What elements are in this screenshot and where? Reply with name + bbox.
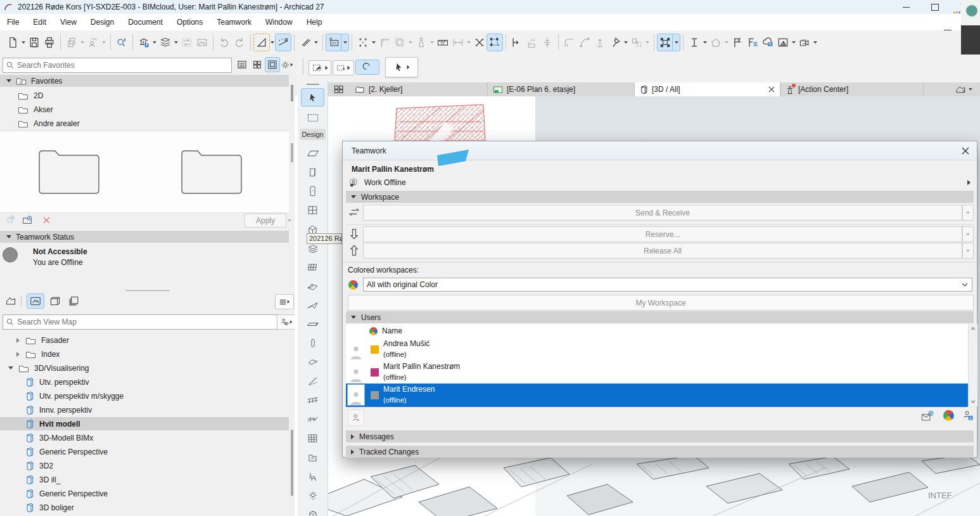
pane-splitter[interactable] — [125, 290, 170, 291]
tree-item-innv-perspektiv[interactable]: Innv. perspektiv — [0, 403, 289, 416]
tree-item-hvit-modell[interactable]: Hvit modell — [0, 417, 289, 430]
redo-icon[interactable] — [232, 34, 247, 51]
menu-help[interactable]: Help — [300, 14, 329, 30]
tab-3d-all[interactable]: [3D / All] — [635, 82, 780, 96]
send-message-icon[interactable] — [921, 410, 934, 422]
minimize-button[interactable] — [891, 0, 920, 14]
shell-tool[interactable] — [302, 297, 324, 314]
tree-item-generic-perspective-1[interactable]: Generic Perspective — [0, 445, 289, 458]
flag-icon[interactable] — [730, 34, 745, 51]
split-caret[interactable] — [624, 41, 628, 44]
multiply-icon[interactable] — [629, 34, 644, 51]
favorite-preview-thumbnail[interactable] — [35, 145, 103, 197]
new-folder-icon[interactable] — [20, 213, 34, 227]
marquee-mode-button[interactable] — [333, 60, 354, 75]
span-icon[interactable] — [450, 34, 466, 51]
tab-e06-plan-6-etasje[interactable]: [E-06 Plan 6. etasje] — [488, 82, 635, 96]
slab-grid-tool[interactable] — [302, 259, 324, 276]
tracked-changes-section-header[interactable]: Tracked Changes — [346, 446, 974, 458]
view-map-icon[interactable] — [27, 294, 44, 308]
undo-icon[interactable] — [217, 34, 232, 51]
user-row-marit-pallin-kanestrom[interactable]: Marit Pallin Kanestrøm (offline) — [346, 361, 968, 384]
menu-edit[interactable]: Edit — [26, 14, 53, 30]
print-icon[interactable] — [42, 34, 57, 51]
set-square-caret[interactable] — [270, 41, 274, 44]
grid-view-icon[interactable] — [250, 58, 264, 72]
tree-item-3d2[interactable]: 3D2 — [0, 459, 289, 472]
collapse-icon[interactable] — [6, 235, 11, 238]
storey-settings-caret[interactable] — [153, 41, 156, 44]
marquee-select-button[interactable] — [309, 60, 331, 75]
menu-options[interactable]: Options — [170, 14, 210, 30]
collapse-icon[interactable] — [6, 79, 11, 82]
home-storey-icon[interactable] — [708, 34, 723, 51]
search-view-map-input[interactable] — [15, 318, 277, 326]
teamwork-status-header[interactable]: Teamwork Status — [0, 231, 289, 243]
arrow-tool-button[interactable] — [385, 57, 418, 77]
multiply-caret[interactable] — [646, 41, 649, 44]
quick-views-button[interactable] — [947, 82, 980, 96]
search-view-map-box[interactable] — [3, 314, 277, 330]
navigator-menu-button[interactable] — [275, 294, 294, 309]
send-receive-button[interactable]: Send & Receive — [363, 205, 962, 221]
user-colors-icon[interactable] — [943, 410, 954, 421]
work-offline-expand-icon[interactable] — [967, 180, 970, 185]
toolbox-section-design[interactable]: Design — [300, 129, 326, 140]
tree-item-utv-perspektiv-skygge[interactable]: Utv. perspektiv m/skygge — [0, 389, 289, 403]
layers-icon[interactable] — [158, 34, 173, 51]
tab-close-icon[interactable] — [768, 86, 775, 93]
favorites-root-row[interactable]: Favorites — [0, 75, 289, 87]
expand-icon[interactable] — [351, 449, 354, 455]
mesh-tool[interactable] — [302, 411, 324, 428]
scrollbar-thumb[interactable] — [291, 143, 293, 162]
collapse-icon[interactable] — [351, 195, 356, 198]
curtain-wall-tool[interactable] — [302, 202, 324, 219]
fillet-icon[interactable] — [562, 34, 577, 51]
user-details-icon[interactable] — [962, 410, 974, 422]
set-square-icon[interactable] — [254, 34, 269, 51]
my-workspace-button[interactable]: My Workspace — [348, 295, 974, 311]
railing-tool[interactable] — [302, 392, 324, 409]
scroll-up-icon[interactable] — [970, 326, 976, 330]
new-file-icon[interactable] — [5, 34, 20, 51]
tab-overview-icon[interactable] — [328, 82, 350, 96]
reserve-caret[interactable] — [962, 226, 974, 242]
dialog-close-icon[interactable] — [962, 147, 969, 155]
users-scrollbar[interactable] — [968, 324, 977, 406]
list-view-icon[interactable] — [235, 58, 249, 72]
beam-tool[interactable] — [302, 316, 324, 333]
collapse-icon[interactable] — [8, 366, 13, 370]
snap-guides-icon[interactable] — [276, 34, 291, 51]
apply-button[interactable]: Apply — [245, 214, 286, 228]
corner-ruler-icon[interactable] — [377, 34, 392, 51]
maximize-button[interactable] — [920, 0, 950, 14]
users-table-header[interactable]: Name — [346, 324, 968, 339]
tree-item-3d-ill[interactable]: 3D ill_ — [0, 473, 289, 486]
favorites-folder-andre-arealer[interactable]: Andre arealer — [0, 117, 289, 130]
camera-set-caret[interactable] — [813, 41, 817, 44]
messages-section-header[interactable]: Messages — [346, 430, 974, 442]
menu-window[interactable]: Window — [258, 14, 300, 30]
marquee-tool[interactable] — [302, 109, 324, 126]
tree-item-generic-perspective-2[interactable]: Generic Perspective — [0, 487, 289, 500]
door-tool[interactable] — [302, 164, 324, 181]
copy-caret[interactable] — [80, 41, 84, 44]
layout-book-icon[interactable] — [48, 294, 62, 308]
coordinate-xy-icon[interactable]: XY: — [326, 34, 341, 51]
tree-item-utv-perspektiv[interactable]: Utv. perspektiv — [0, 375, 289, 389]
snap-points-icon[interactable] — [355, 34, 371, 51]
elevation-view-caret[interactable] — [792, 41, 796, 44]
arc-icon[interactable] — [577, 34, 592, 51]
span-caret[interactable] — [467, 41, 471, 44]
rotate-user-icon[interactable] — [86, 34, 101, 51]
magnet-snap-button[interactable] — [356, 60, 379, 74]
split-icon[interactable] — [608, 34, 623, 51]
expand-icon[interactable] — [16, 338, 20, 343]
new-file-caret[interactable] — [22, 41, 25, 44]
gravity-icon[interactable] — [414, 34, 429, 51]
slab-tool[interactable] — [302, 354, 324, 371]
wall-offset-icon[interactable] — [509, 34, 525, 51]
home-storey-caret[interactable] — [725, 41, 729, 44]
favorites-folder-akser[interactable]: Akser — [0, 103, 289, 116]
guide-line-caret[interactable] — [314, 41, 318, 44]
